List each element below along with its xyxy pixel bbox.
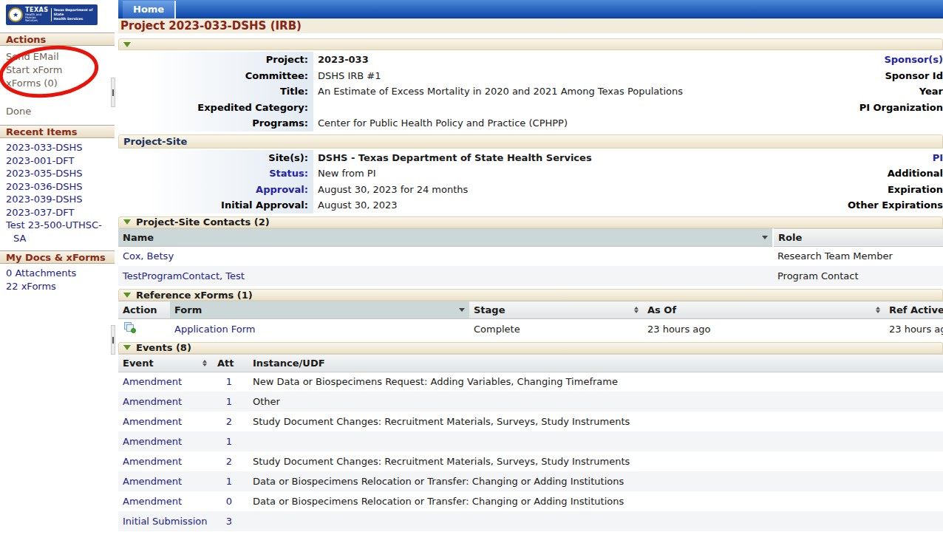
application-window: ★ TEXAS Health and Human Services Texas …: [0, 0, 943, 560]
events-section-header[interactable]: Events (8): [118, 342, 943, 354]
event-instance: [247, 431, 943, 451]
xforms-column-ref-active[interactable]: Ref Active: [885, 301, 943, 319]
panel-splitter-handle[interactable]: [111, 78, 115, 107]
my-xforms-link[interactable]: 22 xForms: [0, 280, 115, 293]
ref-xforms-table: Action Form Stage As Of Ref Active: [118, 301, 943, 339]
my-docs-xforms-header: My Docs & xForms: [0, 250, 115, 264]
event-link[interactable]: Amendment: [123, 376, 182, 387]
xform-ref-active: 23 hours ago: [885, 319, 943, 339]
xforms-column-action[interactable]: Action: [118, 301, 170, 319]
event-link[interactable]: Initial Submission: [123, 516, 207, 527]
contact-role: Research Team Member: [773, 246, 943, 266]
logo-dept-line1: Texas Department of State: [54, 8, 95, 17]
top-nav-bar: Home: [118, 0, 943, 18]
sort-toggle-icon: [634, 307, 639, 313]
event-att-count: 0: [211, 491, 247, 511]
event-link[interactable]: Amendment: [123, 456, 182, 467]
xforms-count-link[interactable]: xForms (0): [0, 77, 115, 90]
field-label: Site(s):: [118, 150, 313, 166]
copy-xform-icon[interactable]: [124, 322, 136, 333]
tab-home[interactable]: Home: [123, 1, 176, 18]
collapse-triangle-icon: [123, 345, 131, 350]
table-row: Cox, Betsy Research Team Member: [118, 246, 943, 266]
contacts-section-header[interactable]: Project-Site Contacts (2): [118, 216, 943, 228]
sort-descending-icon: [762, 236, 768, 239]
project-site-fields: Site(s): DSHS - Texas Department of Stat…: [118, 148, 943, 214]
ref-xforms-section-header[interactable]: Reference xForms (1): [118, 289, 943, 301]
events-column-event[interactable]: Event: [118, 354, 211, 372]
application-form-link[interactable]: Application Form: [174, 324, 256, 335]
field-label-approval[interactable]: Approval:: [118, 182, 313, 198]
table-row: Amendment 1 New Data or Biospecimens Req…: [118, 372, 943, 392]
xforms-column-form[interactable]: Form: [170, 301, 469, 319]
field-row: Expedited Category: PI Organization: [118, 100, 943, 116]
event-link[interactable]: Amendment: [123, 476, 182, 487]
send-email-link[interactable]: Send EMail: [0, 50, 115, 64]
recent-item[interactable]: 2023-033-DSHS: [0, 141, 115, 154]
event-link[interactable]: Amendment: [123, 416, 182, 427]
page-title: Project 2023-033-DSHS (IRB): [118, 18, 943, 33]
start-xform-link[interactable]: Start xForm: [0, 64, 115, 77]
logo-org-sub2: Services: [25, 19, 49, 22]
field-label-other-expirations: Other Expirations: [848, 197, 943, 214]
actions-header: Actions: [0, 33, 115, 46]
event-link[interactable]: Amendment: [123, 396, 182, 407]
project-detail-fields: Project: 2023-033 Sponsor(s) Committee: …: [118, 50, 943, 132]
recent-item[interactable]: 2023-036-DSHS: [0, 180, 115, 194]
recent-item[interactable]: 2023-037-DFT: [0, 206, 115, 219]
recent-item[interactable]: 2023-001-DFT: [0, 154, 115, 168]
table-row: Amendment 2 Study Document Changes: Recr…: [118, 412, 943, 431]
collapse-triangle-icon: [123, 219, 131, 225]
event-instance: Data or Biospecimens Relocation or Trans…: [247, 471, 943, 491]
logo-dept-line2: Health Services: [54, 17, 95, 21]
field-label-sponsor-id: Sponsor Id: [885, 68, 943, 84]
xform-as-of: 23 hours ago: [643, 319, 885, 339]
events-table: Event Att Instance/UDF Amendment 1 New D…: [118, 354, 943, 532]
panel-splitter-handle[interactable]: [111, 325, 115, 355]
done-link[interactable]: Done: [0, 105, 115, 118]
sort-toggle-icon: [876, 307, 880, 313]
field-label: Project:: [118, 52, 313, 68]
event-att-count: 2: [211, 412, 247, 431]
table-row: Amendment 1 Other: [118, 392, 943, 412]
events-column-instance[interactable]: Instance/UDF: [247, 354, 943, 372]
field-label-pi[interactable]: PI: [933, 150, 943, 166]
contact-name-link[interactable]: TestProgramContact, Test: [123, 270, 245, 281]
project-section-collapse-bar[interactable]: [118, 38, 943, 50]
texas-hhs-logo: ★ TEXAS Health and Human Services Texas …: [6, 4, 98, 25]
recent-item[interactable]: 2023-035-DSHS: [0, 167, 115, 180]
field-row: Initial Approval: August 30, 2023 Other …: [118, 197, 943, 214]
field-row: Approval: August 30, 2023 for 24 months …: [118, 182, 943, 198]
event-att-count: 3: [211, 511, 247, 531]
field-value: 2023-033: [313, 52, 369, 68]
table-row: Amendment 1: [118, 431, 943, 451]
contact-name-link[interactable]: Cox, Betsy: [123, 250, 174, 262]
contacts-column-name[interactable]: Name: [118, 228, 773, 246]
field-label-sponsors[interactable]: Sponsor(s): [884, 52, 943, 68]
table-row: Amendment 1 Data or Biospecimens Relocat…: [118, 471, 943, 491]
event-instance: Other: [247, 392, 943, 412]
recent-item[interactable]: Test 23-500-UTHSC-SA: [0, 219, 115, 245]
attachments-link[interactable]: 0 Attachments: [0, 267, 115, 280]
field-label-year: Year: [919, 83, 943, 100]
field-row: Project: 2023-033 Sponsor(s): [118, 52, 943, 68]
contacts-column-role[interactable]: Role: [773, 228, 943, 246]
field-label: Committee:: [118, 68, 313, 84]
recent-item[interactable]: 2023-039-DSHS: [0, 193, 115, 206]
field-row: Site(s): DSHS - Texas Department of Stat…: [118, 150, 943, 166]
field-label-status[interactable]: Status:: [118, 165, 313, 182]
events-column-att[interactable]: Att: [211, 354, 247, 372]
event-att-count: 1: [211, 471, 247, 491]
field-label-pi-organization: PI Organization: [859, 100, 943, 116]
xform-stage: Complete: [469, 319, 643, 339]
event-link[interactable]: Amendment: [123, 496, 182, 507]
main-content: Home Project 2023-033-DSHS (IRB) Project…: [118, 0, 943, 560]
contacts-table: Name Role Cox, Betsy Research Team Membe…: [118, 228, 943, 287]
event-link[interactable]: Amendment: [123, 436, 182, 447]
event-instance: Study Document Changes: Recruitment Mate…: [247, 412, 943, 431]
field-value: New from PI: [313, 165, 376, 182]
field-row: Programs: Center for Public Health Polic…: [118, 115, 943, 132]
xforms-column-stage[interactable]: Stage: [469, 301, 643, 319]
field-label-expiration: Expiration: [888, 182, 943, 198]
xforms-column-as-of[interactable]: As Of: [643, 301, 885, 319]
